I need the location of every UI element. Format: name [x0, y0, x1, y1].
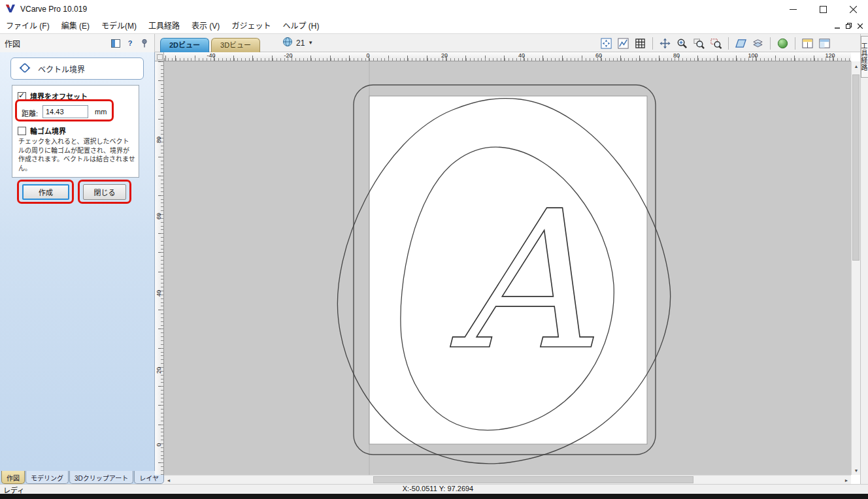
h-ruler-label: -20 [284, 52, 292, 59]
globe-icon [282, 37, 293, 49]
view-tabs: 2Dビュー 3Dビュー [160, 38, 260, 52]
bottom-tab-drawing[interactable]: 作図 [1, 471, 25, 484]
pin-icon[interactable] [139, 38, 150, 48]
zoom-drawing-icon[interactable] [616, 36, 631, 50]
titlebar: VCarve Pro 10.019 [0, 0, 868, 18]
rubber-band-label: 輪ゴム境界 [30, 125, 66, 136]
v-ruler-label: 60 [156, 210, 162, 223]
grid-icon[interactable] [633, 36, 648, 50]
distance-input[interactable] [42, 105, 88, 118]
window-title: VCarve Pro 10.019 [20, 5, 87, 14]
menu-item-help[interactable]: ヘルプ (H) [276, 18, 325, 34]
h-ruler-label: 80 [673, 52, 680, 59]
boundary-options-box: 境界をオフセット 距離: mm 輪ゴム境界 チェックを入れると、選択したベクトル… [12, 85, 139, 178]
h-ruler-label: 40 [518, 52, 525, 59]
distance-unit-label: mm [95, 108, 107, 116]
h-ruler-label: 120 [825, 52, 835, 59]
vector-boundary-icon [18, 61, 32, 77]
zoom-extents-icon[interactable] [599, 36, 614, 50]
dialog-title: ベクトル境界 [38, 63, 85, 74]
zoom-selection-icon[interactable] [709, 36, 724, 50]
mdi-window-controls [835, 22, 868, 31]
h-ruler-label: 100 [748, 52, 758, 59]
ruler-corner-box[interactable] [155, 52, 164, 61]
chevron-down-icon: ▼ [308, 40, 313, 46]
zoom-scale-icon[interactable] [675, 36, 690, 50]
tab-3d-view[interactable]: 3Dビュー [211, 38, 260, 52]
canvas-2d-view[interactable]: A [164, 61, 851, 475]
offset-boundary-label: 境界をオフセット [30, 91, 88, 101]
view-toolbar-icons [599, 36, 832, 50]
vertical-ruler: 80 60 40 20 0 [155, 61, 164, 475]
horizontal-scrollbar[interactable]: ◄ ► [164, 475, 851, 484]
h-ruler-label: 0 [366, 52, 369, 59]
mdi-restore-button[interactable] [846, 22, 852, 31]
menu-item-file[interactable]: ファイル (F) [0, 18, 56, 34]
menu-item-edit[interactable]: 編集 (E) [56, 18, 95, 34]
split-vertical-icon[interactable] [817, 36, 832, 50]
minimize-button[interactable] [778, 0, 808, 18]
drawing-panel-header: 作図 ? [0, 34, 155, 52]
statusbar: レディ X:-50.0511 Y: 97.2694 [0, 484, 868, 494]
v-ruler-label: 80 [156, 133, 162, 146]
vertical-scrollbar[interactable]: ▲ ▼ [851, 61, 860, 475]
window-controls [778, 0, 868, 18]
h-ruler-label: 60 [595, 52, 602, 59]
vector-boundary-header: ベクトル境界 [10, 57, 144, 80]
v-ruler-label: 40 [156, 287, 162, 300]
h-ruler-label: 20 [441, 52, 448, 59]
scroll-right-arrow-icon[interactable]: ► [842, 475, 851, 485]
split-horizontal-icon[interactable] [800, 36, 815, 50]
vcarve-window: VCarve Pro 10.019 ファイル (F) 編集 (E) モデル(M)… [0, 0, 868, 499]
rubber-band-description: チェックを入れると、選択したベクトルの周りに輪ゴムが配置され、境界が作成されます… [18, 137, 135, 172]
sphere-icon[interactable] [775, 36, 790, 50]
horizontal-scrollbar-thumb[interactable] [373, 476, 693, 483]
guides-icon[interactable] [733, 36, 748, 50]
v-ruler-label: 0 [156, 438, 162, 451]
panel-bottom-tabs: 作図 モデリング 3Dクリップアート レイヤ [0, 471, 155, 484]
h-ruler-label: -40 [207, 52, 215, 59]
scroll-up-arrow-icon[interactable]: ▲ [852, 61, 861, 71]
letter-a-vector[interactable]: A [448, 170, 595, 392]
tab-2d-view[interactable]: 2Dビュー [160, 38, 209, 52]
menubar: ファイル (F) 編集 (E) モデル(M) 工具経路 表示 (V) ガジェット… [0, 18, 868, 34]
mdi-close-button[interactable] [858, 22, 863, 31]
menu-item-view[interactable]: 表示 (V) [186, 18, 225, 34]
close-dialog-button[interactable]: 閉じる [83, 184, 126, 200]
scroll-left-arrow-icon[interactable]: ◄ [164, 475, 173, 485]
distance-label: 距離: [22, 108, 38, 118]
vertical-scrollbar-thumb[interactable] [852, 74, 860, 261]
pan-icon[interactable] [658, 36, 673, 50]
create-button[interactable]: 作成 [22, 184, 69, 200]
zoom-level-control[interactable]: 21 ▼ [282, 37, 313, 49]
mdi-minimize-button[interactable] [835, 22, 840, 31]
zoom-level-value: 21 [296, 39, 305, 48]
drawing-panel: ベクトル境界 境界をオフセット 距離: mm 輪ゴム境界 チェックを入れると、選… [0, 52, 155, 471]
status-cursor-coordinates: X:-50.0511 Y: 97.2694 [363, 485, 513, 492]
scroll-down-arrow-icon[interactable]: ▼ [852, 466, 861, 475]
maximize-button[interactable] [808, 0, 838, 18]
menu-item-toolpaths[interactable]: 工具経路 [142, 18, 186, 34]
rubber-band-checkbox[interactable] [18, 127, 26, 135]
app-logo-icon [5, 3, 16, 16]
offset-boundary-checkbox[interactable] [18, 92, 26, 101]
bottom-tab-modeling[interactable]: モデリング [25, 471, 69, 484]
menu-item-gadgets[interactable]: ガジェット [225, 18, 276, 34]
menu-item-model[interactable]: モデル(M) [95, 18, 142, 34]
close-button[interactable] [838, 0, 868, 18]
toolbar: 作図 ? 2Dビュー 3Dビュー 21 ▼ [0, 34, 868, 52]
dock-panel-icon[interactable] [110, 38, 121, 48]
right-panel-strip: 工具経路 [860, 34, 868, 484]
zoom-window-icon[interactable] [692, 36, 707, 50]
drawing-panel-title: 作図 [5, 38, 20, 49]
horizontal-ruler: -40 -20 0 20 40 60 80 100 120 [164, 52, 851, 61]
window-bottom-edge [0, 494, 868, 499]
toolpath-panel-tab[interactable]: 工具経路 [861, 36, 868, 78]
bottom-tab-3d-clipart[interactable]: 3Dクリップアート [69, 471, 133, 484]
v-ruler-label: 20 [156, 364, 162, 377]
layers-stack-icon[interactable] [750, 36, 765, 50]
help-icon[interactable]: ? [125, 38, 135, 48]
